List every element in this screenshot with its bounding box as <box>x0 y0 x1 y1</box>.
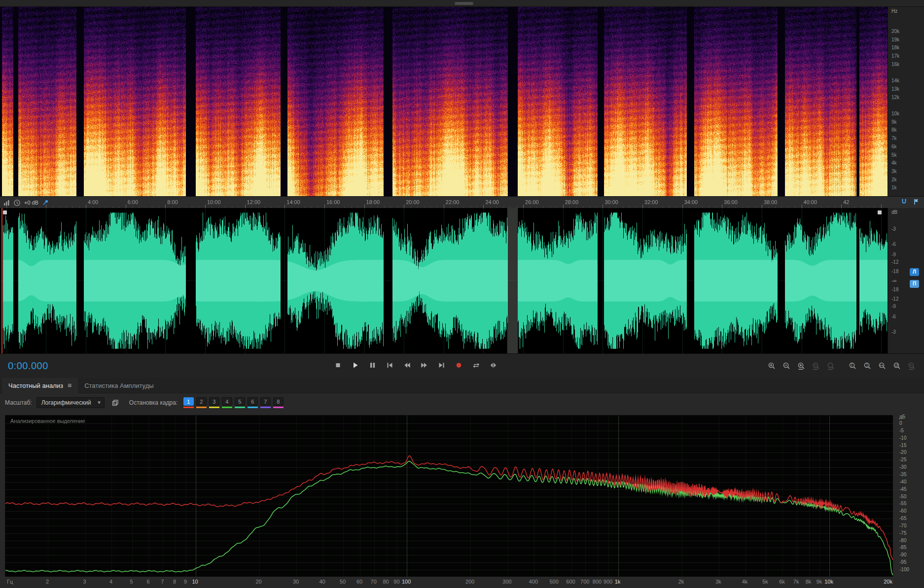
scrollbar-thumb[interactable] <box>455 2 473 5</box>
hold-frame-1-button[interactable]: 1 <box>183 397 194 408</box>
graph-frequency-label: 5 <box>130 579 133 585</box>
graph-db-tick: -85 <box>899 545 906 550</box>
freq-axis-label: 17k <box>891 53 899 59</box>
graph-db-tick: -95 <box>899 559 906 565</box>
hold-frame-7-button[interactable]: 7 <box>260 397 271 408</box>
db-axis-title: dB <box>891 209 897 215</box>
hold-frame-3-button[interactable]: 3 <box>209 397 219 408</box>
zoom-history-button[interactable]: ↺ <box>891 360 903 372</box>
hold-frame-8-button[interactable]: 8 <box>273 397 284 408</box>
graph-frequency-label: 2 <box>46 579 49 585</box>
frequency-axis: Hz 20k19k18k17k16k14k13k12k10k9k8k7k6k5k… <box>888 7 924 196</box>
zoom-in-time-button[interactable] <box>795 360 808 372</box>
graph-frequency-label: 10k <box>824 579 833 585</box>
zoom-selection-end-button[interactable]: ] <box>861 360 874 372</box>
zoom-selection-start-button[interactable]: [ <box>847 360 859 372</box>
tab-label: Статистика Амплитуды <box>84 382 153 389</box>
scale-dropdown[interactable]: Логарифмический ▾ <box>36 397 105 408</box>
hold-frame-color-bar <box>209 407 219 408</box>
rewind-button[interactable] <box>400 359 414 372</box>
tab-label: Частотный анализ <box>8 382 63 389</box>
graph-frequency-label: 400 <box>529 579 538 585</box>
hold-frame-color-bar <box>260 407 271 408</box>
graph-frequency-label: 700 <box>580 579 589 585</box>
hold-frame-color-bar <box>235 407 245 408</box>
zoom-full-button[interactable] <box>906 360 918 372</box>
graph-frequency-label: 8 <box>173 579 176 585</box>
play-button[interactable] <box>349 359 362 372</box>
db-axis-label: -9 <box>891 252 896 258</box>
hold-frame-4-button[interactable]: 4 <box>221 397 232 408</box>
spectrogram-canvas[interactable] <box>0 7 888 196</box>
channel-badge-left[interactable]: Л <box>910 268 919 276</box>
scale-value: Логарифмический <box>41 399 91 406</box>
hold-frame-5-button[interactable]: 5 <box>234 397 245 408</box>
graph-frequency-label: Гц <box>7 579 13 585</box>
panel-menu-icon[interactable]: ≡ <box>68 381 71 389</box>
db-axis-label: -9 <box>891 304 896 310</box>
graph-frequency-label: 7 <box>161 579 164 585</box>
waveform-canvas[interactable] <box>0 208 888 353</box>
graph-frequency-label: 40 <box>319 579 325 585</box>
panel-tab-bar: Частотный анализ ≡ Статистика Амплитуды <box>0 378 924 393</box>
hold-frame-number: 8 <box>273 397 284 406</box>
svg-text:]: ] <box>866 363 867 367</box>
levels-icon[interactable] <box>3 199 10 206</box>
freq-axis-label: 2k <box>891 177 897 183</box>
zoom-reset-button[interactable] <box>825 360 837 372</box>
frequency-graph-canvas[interactable] <box>5 415 893 577</box>
zoom-out-button[interactable] <box>781 360 793 372</box>
freq-axis-label: 12k <box>891 95 899 101</box>
gain-value[interactable]: +0 dB <box>24 200 38 206</box>
hold-frame-color-bar <box>273 407 284 408</box>
zoom-out-time-button[interactable] <box>810 360 822 372</box>
hold-frame-color-bar <box>183 407 194 408</box>
skip-to-start-button[interactable] <box>383 359 397 372</box>
tab-frequency-analysis[interactable]: Частотный анализ ≡ <box>2 378 78 393</box>
zoom-to-selection-button[interactable]: ↔ <box>876 360 888 372</box>
marker-flag-icon[interactable] <box>913 198 919 206</box>
stop-button[interactable] <box>331 359 345 372</box>
frequency-analysis-panel: Частотный анализ ≡ Статистика Амплитуды … <box>0 378 924 588</box>
graph-frequency-label: 50 <box>340 579 346 585</box>
graph-frequency-label: 70 <box>371 579 377 585</box>
hold-frame-6-button[interactable]: 6 <box>247 397 258 408</box>
graph-frequency-label: 7k <box>793 579 799 585</box>
analyzed-selection-label: Анализированное выделение <box>10 418 85 424</box>
loop-playback-button[interactable] <box>469 359 483 372</box>
db-axis-label: -6 <box>891 242 896 247</box>
graph-db-tick: -5 <box>899 428 904 433</box>
skip-to-end-button[interactable] <box>435 359 449 372</box>
db-axis-label: -12 <box>891 259 898 265</box>
graph-db-tick: -60 <box>899 508 906 514</box>
hold-frame-number: 2 <box>196 397 207 406</box>
graph-frequency-label: 20k <box>884 579 892 585</box>
skip-selection-button[interactable] <box>487 359 500 372</box>
clock-icon[interactable] <box>13 199 21 207</box>
fade-in-handle[interactable] <box>3 210 7 214</box>
db-axis-label: -3 <box>891 226 896 232</box>
zoom-in-button[interactable] <box>766 360 778 372</box>
timeline-ruler[interactable] <box>0 197 888 208</box>
graph-db-tick: -100 <box>899 567 909 572</box>
pause-button[interactable] <box>366 359 380 372</box>
hold-frame-2-button[interactable]: 2 <box>196 397 207 408</box>
graph-db-tick: -75 <box>899 530 906 536</box>
channel-badge-right[interactable]: П <box>910 280 919 288</box>
tab-amplitude-statistics[interactable]: Статистика Амплитуды <box>78 378 160 393</box>
time-display[interactable]: 0:00.000 <box>8 360 48 372</box>
fade-out-handle[interactable] <box>878 210 882 214</box>
svg-text:[: [ <box>851 363 853 367</box>
fast-forward-button[interactable] <box>418 359 431 372</box>
copy-graph-button[interactable] <box>109 397 122 408</box>
pin-icon[interactable] <box>42 199 49 206</box>
freq-axis-label: 10k <box>891 111 899 117</box>
timeline-scrollbar[interactable] <box>0 0 924 7</box>
magnet-icon[interactable] <box>900 198 908 206</box>
graph-frequency-label: 90 <box>393 579 399 585</box>
freq-axis-label: 3k <box>891 169 897 174</box>
graph-db-tick: -45 <box>899 486 906 492</box>
record-button[interactable] <box>452 359 466 372</box>
amplitude-axis: dB -3-3-6-6-9-9-12-12-18-18-∞ Л П <box>888 208 924 353</box>
graph-frequency-label: 5k <box>762 579 768 585</box>
